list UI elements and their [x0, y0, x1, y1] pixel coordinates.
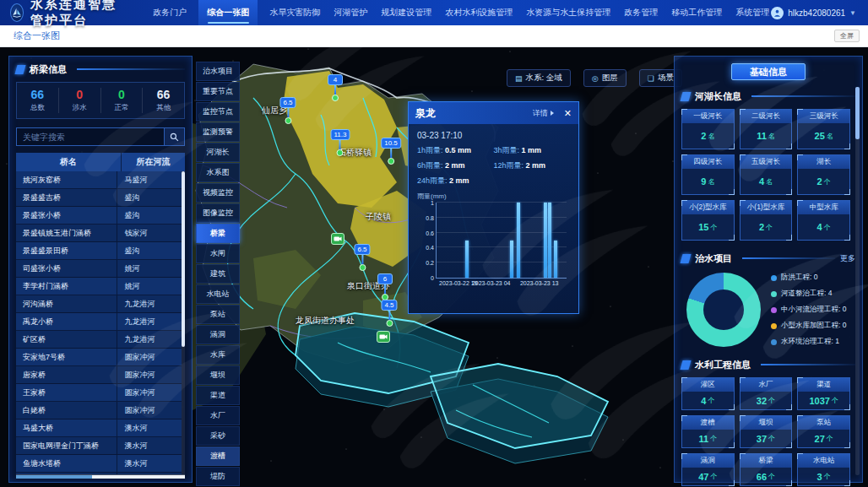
layer-item-河湖长[interactable]: 河湖长: [196, 143, 240, 162]
rain-bar[interactable]: [510, 241, 513, 279]
nav-item-7[interactable]: 政务管理: [622, 0, 659, 25]
info-card[interactable]: 湖长2个: [797, 154, 850, 195]
layer-item-水厂[interactable]: 水厂: [196, 406, 240, 425]
layer-item-监控节点[interactable]: 监控节点: [196, 102, 240, 122]
nav-item-9[interactable]: 系统管理: [734, 0, 771, 25]
panel-scrollbar[interactable]: [855, 87, 860, 475]
rain-bar[interactable]: [544, 203, 547, 278]
water-level-marker[interactable]: 4: [328, 74, 343, 101]
layer-item-泵站[interactable]: 泵站: [196, 305, 240, 324]
user-menu[interactable]: hlkzb42080261 ▼: [771, 7, 868, 19]
camera-icon[interactable]: [331, 233, 344, 245]
map-control-layers-icon[interactable]: ◎图层: [583, 69, 627, 87]
layer-item-水电站[interactable]: 水电站: [196, 284, 240, 304]
water-level-marker[interactable]: 10.5: [381, 138, 401, 165]
info-card[interactable]: 一级河长2名: [681, 109, 735, 149]
layer-item-水系图[interactable]: 水系图: [196, 163, 240, 182]
layer-item-水库[interactable]: 水库: [196, 345, 240, 365]
info-card[interactable]: 四级河长9名: [681, 154, 735, 195]
water-level-marker[interactable]: 6.5: [354, 244, 370, 271]
info-card[interactable]: 五级河长4名: [740, 154, 793, 195]
layer-item-水闸[interactable]: 水闸: [196, 244, 240, 263]
camera-icon[interactable]: [377, 331, 390, 343]
info-card[interactable]: 三级河长25名: [797, 109, 850, 149]
layer-item-采砂[interactable]: 采砂: [196, 426, 240, 446]
nav-item-6[interactable]: 水资源与水土保持管理: [524, 0, 612, 25]
table-row[interactable]: 国家电网理金门丁涵桥澳水河: [16, 437, 182, 455]
scroll-thumb[interactable]: [16, 475, 92, 479]
info-card[interactable]: 桥梁66个: [740, 453, 793, 486]
table-row[interactable]: 司盛张小桥姚河: [16, 260, 182, 278]
nav-item-1[interactable]: 综合一张图: [198, 0, 258, 25]
info-card[interactable]: 灌区4个: [681, 377, 735, 410]
map-control-water-system-icon[interactable]: ▤水系: 全域: [507, 69, 571, 87]
layer-item-治水项目[interactable]: 治水项目: [196, 62, 240, 81]
layer-item-堤防[interactable]: 堤防: [196, 467, 240, 486]
water-level-marker[interactable]: 11.3: [331, 129, 350, 156]
rain-bar[interactable]: [517, 203, 520, 278]
scroll-thumb[interactable]: [182, 171, 185, 347]
search-icon[interactable]: [164, 128, 184, 145]
layer-item-监测预警[interactable]: 监测预警: [196, 122, 240, 142]
layer-item-视频监控[interactable]: 视频监控: [196, 183, 240, 203]
layer-item-堰坝[interactable]: 堰坝: [196, 365, 240, 385]
info-card[interactable]: 水电站3个: [797, 453, 850, 486]
table-row[interactable]: 马盛大桥澳水河: [16, 419, 182, 437]
table-row[interactable]: 矿区桥九龙港河: [16, 331, 182, 349]
layer-item-桥梁[interactable]: 桥梁: [196, 224, 240, 243]
table-row[interactable]: 唐家桥圆家冲河: [16, 366, 182, 384]
table-row[interactable]: 临泉5河堤涵桥澳水河: [16, 473, 182, 474]
table-row[interactable]: 禹龙小桥九龙港河: [16, 313, 182, 331]
info-card[interactable]: 水厂32个: [740, 377, 793, 410]
tab-basic-info[interactable]: 基础信息: [731, 63, 806, 80]
rain-bar[interactable]: [465, 241, 469, 279]
info-card[interactable]: 小(1)型水库2个: [740, 200, 793, 241]
info-card[interactable]: 渠道1037个: [797, 377, 850, 410]
search-input[interactable]: [17, 128, 164, 145]
table-row[interactable]: 景盛镇姚玉港门涵桥钱家河: [16, 225, 182, 242]
info-card[interactable]: 小(2)型水库15个: [681, 200, 735, 241]
layer-item-渡槽[interactable]: 渡槽: [196, 446, 240, 466]
table-row[interactable]: 景盛张小桥盛沟: [16, 207, 182, 225]
table-row[interactable]: 白姥桥圆家冲河: [16, 402, 182, 419]
fullscreen-button[interactable]: 全屏: [834, 30, 860, 42]
table-row[interactable]: 景盛盛景田桥盛沟: [16, 242, 182, 260]
scroll-thumb[interactable]: [855, 87, 860, 139]
layer-item-建筑[interactable]: 建筑: [196, 264, 240, 284]
table-vscrollbar[interactable]: [182, 171, 185, 474]
water-level-marker[interactable]: 4.5: [381, 300, 397, 327]
info-card[interactable]: 二级河长11名: [740, 109, 793, 149]
table-row[interactable]: 鱼塘水塔桥澳水河: [16, 455, 182, 473]
table-row[interactable]: 王家桥圆家冲河: [16, 384, 182, 402]
legend-item: 水环境治理工程: 1: [771, 337, 846, 347]
nav-item-5[interactable]: 农村水利设施管理: [443, 0, 514, 25]
info-card[interactable]: 泵站27个: [797, 415, 850, 448]
table-row[interactable]: 姚河灰窑桥马盛河: [16, 171, 182, 189]
layer-item-涵洞[interactable]: 涵洞: [196, 325, 240, 344]
info-card[interactable]: 涵洞47个: [681, 453, 735, 486]
table-row[interactable]: 景盛盛吉桥盛沟: [16, 189, 182, 207]
close-icon[interactable]: ✕: [564, 108, 572, 119]
info-card[interactable]: 渡槽11个: [681, 415, 735, 448]
rain-bar[interactable]: [554, 241, 557, 279]
nav-item-3[interactable]: 河湖管护: [332, 0, 369, 25]
info-card[interactable]: 中型水库4个: [797, 200, 850, 241]
table-row[interactable]: 安家地7号桥圆家冲河: [16, 349, 182, 366]
table-row[interactable]: 河沟涵桥九龙港河: [16, 295, 182, 313]
info-card[interactable]: 堰坝37个: [740, 415, 793, 448]
table-hscrollbar[interactable]: [16, 475, 185, 479]
water-level-marker[interactable]: 6: [377, 273, 393, 300]
water-level-marker[interactable]: 6.5: [279, 97, 296, 124]
detail-link[interactable]: 详情: [533, 108, 554, 119]
breadcrumb[interactable]: 综合一张图: [14, 30, 60, 42]
nav-item-8[interactable]: 移动工作管理: [670, 0, 724, 25]
nav-item-0[interactable]: 政务门户: [151, 0, 188, 25]
layer-item-图像监控[interactable]: 图像监控: [196, 203, 240, 223]
nav-item-2[interactable]: 水旱灾害防御: [268, 0, 322, 25]
rain-bar[interactable]: [548, 203, 551, 278]
table-row[interactable]: 李学村门涵桥姚河: [16, 278, 182, 295]
nav-item-4[interactable]: 规划建设管理: [379, 0, 433, 25]
layer-item-渠道[interactable]: 渠道: [196, 386, 240, 405]
layer-item-重要节点[interactable]: 重要节点: [196, 82, 240, 101]
more-link[interactable]: 更多: [840, 253, 855, 264]
